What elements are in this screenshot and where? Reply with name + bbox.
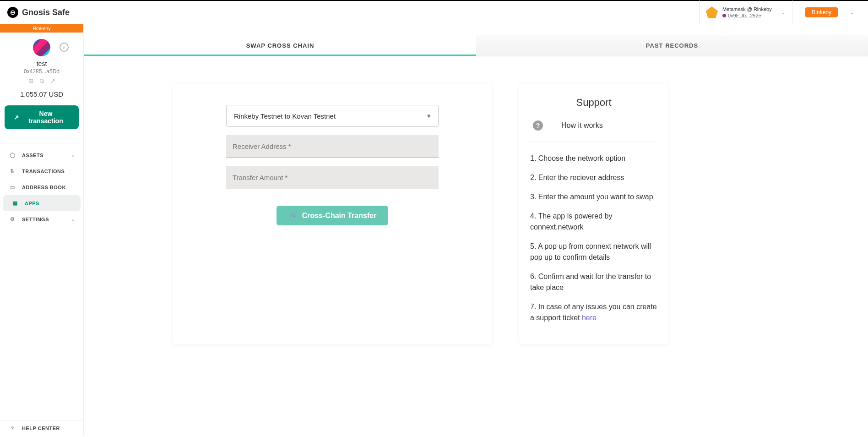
- wallet-name: Metamask @ Rinkeby: [722, 6, 772, 12]
- support-step: 7. In case of any issues you can create …: [530, 301, 657, 323]
- logo-icon: ⊖: [7, 7, 18, 18]
- dropdown-arrow-icon: ▾: [427, 112, 431, 120]
- new-transaction-button[interactable]: ↗ New transaction: [5, 105, 79, 129]
- status-dot-icon: [722, 14, 726, 17]
- wallet-address: 0x9EDb...252e: [728, 12, 761, 19]
- link-icon: 🔗: [288, 211, 298, 220]
- tab-swap[interactable]: SWAP CROSS CHAIN: [84, 35, 476, 56]
- help-icon: ?: [8, 426, 16, 431]
- sidebar-item-transactions[interactable]: ⇅ TRANSACTIONS: [0, 163, 83, 179]
- support-step: 4. The app is powered by connext.network: [530, 211, 657, 233]
- support-ticket-link[interactable]: here: [582, 314, 597, 322]
- nav-label: APPS: [25, 201, 39, 206]
- support-card: Support ? How it works 1. Choose the net…: [519, 84, 668, 344]
- chevron-down-icon: ⌄: [71, 216, 76, 222]
- cross-chain-transfer-button[interactable]: 🔗 Cross-Chain Transfer: [277, 206, 389, 225]
- nav-label: ASSETS: [22, 153, 43, 158]
- assets-icon: ◯: [8, 152, 16, 158]
- network-selector[interactable]: Rinkeby ⌄: [792, 0, 861, 25]
- support-step: 6. Confirm and wait for the transfer to …: [530, 271, 657, 293]
- nav-label: TRANSACTIONS: [22, 169, 65, 174]
- tab-past-records[interactable]: PAST RECORDS: [476, 35, 868, 56]
- support-how-label: How it works: [561, 121, 603, 130]
- sidebar-item-assets[interactable]: ◯ ASSETS ⌄: [0, 147, 83, 163]
- topbar: ⊖ Gnosis Safe Metamask @ Rinkeby 0x9EDb.…: [0, 0, 868, 24]
- external-link-icon[interactable]: ↗: [50, 77, 55, 85]
- sidebar-network-badge: Rinkeby: [0, 24, 83, 33]
- chevron-down-icon: ⌄: [781, 9, 786, 16]
- support-title: Support: [530, 97, 657, 109]
- wallet-selector[interactable]: Metamask @ Rinkeby 0x9EDb...252e ⌄: [699, 0, 792, 25]
- main-content: SWAP CROSS CHAIN PAST RECORDS Rinkeby Te…: [84, 24, 868, 436]
- nav-label: ADDRESS BOOK: [22, 185, 66, 190]
- safe-avatar: [33, 39, 50, 56]
- gear-icon: ⚙: [8, 216, 16, 222]
- nav-label: HELP CENTER: [22, 426, 60, 431]
- safe-address: 0x4285...a5Dd: [5, 68, 79, 75]
- qr-icon[interactable]: ⊞: [28, 77, 33, 85]
- brand-name: Gnosis Safe: [22, 8, 70, 17]
- new-tx-label: New transaction: [22, 110, 70, 125]
- copy-icon[interactable]: ⧉: [40, 77, 44, 85]
- apps-icon: ▦: [11, 200, 19, 206]
- chevron-down-icon: ⌄: [850, 9, 854, 16]
- support-step: 1. Choose the network option: [530, 153, 657, 164]
- sidebar-item-help[interactable]: ? HELP CENTER: [0, 421, 83, 436]
- logo[interactable]: ⊖ Gnosis Safe: [7, 7, 70, 18]
- transactions-icon: ⇅: [8, 168, 16, 174]
- support-step: 2. Enter the reciever address: [530, 172, 657, 183]
- nav-label: SETTINGS: [22, 217, 49, 222]
- metamask-icon: [706, 6, 718, 18]
- arrow-icon: ↗: [14, 114, 19, 121]
- sidebar-item-address-book[interactable]: ▭ ADDRESS BOOK: [0, 179, 83, 195]
- support-step: 5. A pop up from connext network will po…: [530, 241, 657, 263]
- chevron-down-icon: ⌄: [71, 152, 76, 158]
- support-step: 3. Enter the amount you want to swap: [530, 191, 657, 202]
- safe-balance: 1,055.07 USD: [5, 90, 79, 98]
- safe-status-icon[interactable]: ✓: [60, 43, 69, 52]
- question-icon: ?: [533, 120, 543, 131]
- sidebar-item-settings[interactable]: ⚙ SETTINGS ⌄: [0, 211, 83, 227]
- network-badge: Rinkeby: [805, 7, 838, 17]
- address-book-icon: ▭: [8, 184, 16, 190]
- receiver-address-input[interactable]: [226, 135, 439, 158]
- transfer-btn-label: Cross-Chain Transfer: [302, 212, 377, 220]
- sidebar-item-apps[interactable]: ▦ APPS: [3, 195, 81, 211]
- safe-name: test: [5, 60, 79, 67]
- tabs: SWAP CROSS CHAIN PAST RECORDS: [84, 35, 868, 56]
- support-how-row[interactable]: ? How it works: [530, 117, 657, 142]
- network-select[interactable]: Rinkeby Testnet to Kovan Testnet ▾: [226, 105, 439, 127]
- network-select-value: Rinkeby Testnet to Kovan Testnet: [234, 112, 336, 120]
- transfer-amount-input[interactable]: [226, 166, 439, 189]
- swap-form-card: Rinkeby Testnet to Kovan Testnet ▾ 🔗 Cro…: [173, 84, 492, 344]
- sidebar: Rinkeby ✓ test 0x4285...a5Dd ⊞ ⧉ ↗ 1,055…: [0, 24, 84, 436]
- support-steps: 1. Choose the network option 2. Enter th…: [530, 153, 657, 323]
